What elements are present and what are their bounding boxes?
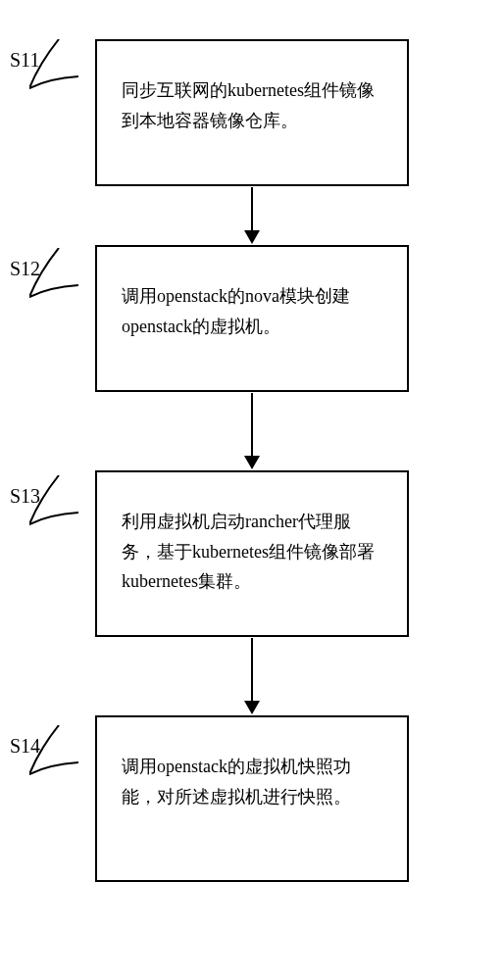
arrow-s11-s12	[244, 186, 260, 245]
arrow-head-icon	[244, 701, 260, 714]
step-text-s14: 调用openstack的虚拟机快照功能，对所述虚拟机进行快照。	[122, 752, 382, 811]
step-label-s14: S14	[10, 735, 40, 758]
arrow-line-icon	[251, 638, 253, 702]
step-label-s13: S13	[10, 485, 40, 508]
step-text-s13: 利用虚拟机启动rancher代理服务，基于kubernetes组件镜像部署kub…	[122, 507, 382, 597]
step-text-s12: 调用openstack的nova模块创建openstack的虚拟机。	[122, 281, 382, 341]
arrow-s13-s14	[244, 637, 260, 715]
step-text-s11: 同步互联网的kubernetes组件镜像到本地容器镜像仓库。	[122, 75, 382, 135]
step-box-s13: 利用虚拟机启动rancher代理服务，基于kubernetes组件镜像部署kub…	[95, 470, 409, 637]
step-box-s14: 调用openstack的虚拟机快照功能，对所述虚拟机进行快照。	[95, 715, 409, 882]
step-box-s11: 同步互联网的kubernetes组件镜像到本地容器镜像仓库。	[95, 39, 409, 186]
step-container-s11: 同步互联网的kubernetes组件镜像到本地容器镜像仓库。	[49, 39, 455, 186]
step-label-s11: S11	[10, 49, 39, 72]
step-box-s12: 调用openstack的nova模块创建openstack的虚拟机。	[95, 245, 409, 392]
arrow-s12-s13	[244, 392, 260, 470]
step-container-s14: 调用openstack的虚拟机快照功能，对所述虚拟机进行快照。	[49, 715, 455, 882]
arrow-head-icon	[244, 456, 260, 469]
step-label-s12: S12	[10, 258, 40, 280]
flowchart-container: 同步互联网的kubernetes组件镜像到本地容器镜像仓库。 调用opensta…	[0, 0, 504, 882]
arrow-line-icon	[251, 393, 253, 457]
arrow-line-icon	[251, 187, 253, 231]
step-container-s12: 调用openstack的nova模块创建openstack的虚拟机。	[49, 245, 455, 392]
arrow-head-icon	[244, 230, 260, 244]
step-container-s13: 利用虚拟机启动rancher代理服务，基于kubernetes组件镜像部署kub…	[49, 470, 455, 637]
